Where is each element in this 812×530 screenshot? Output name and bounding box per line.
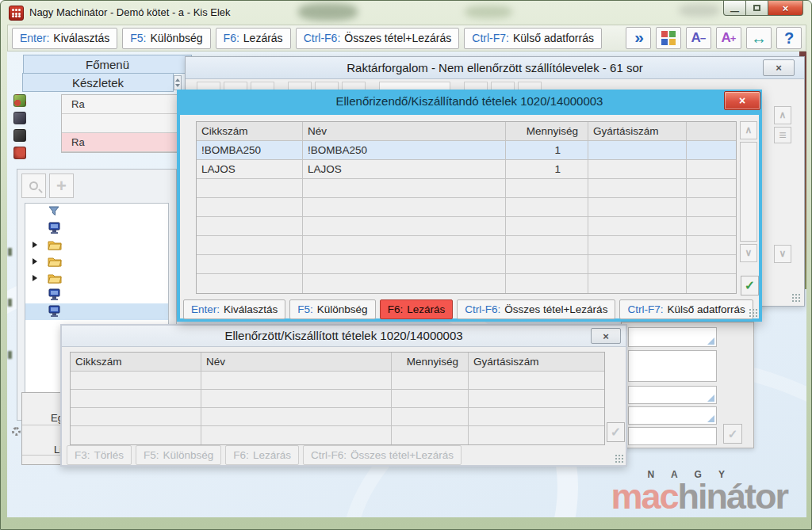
checked-items-titlebar[interactable]: Ellenőrzött/Kiszállított tételek 1020/14… [62,326,626,347]
tree-item-folder[interactable] [25,254,168,270]
expand-arrow-icon[interactable] [33,275,37,281]
resize-grip[interactable] [615,454,623,463]
sidebar-tab-main-menu[interactable]: Főmenü [23,55,192,74]
ctrlf6-all-items-button[interactable]: Ctrl-F6:Összes tétel+Lezárás [457,299,615,319]
table-row-empty[interactable] [197,236,736,255]
tree-item-computer-selected[interactable] [25,303,168,320]
column-header-sku[interactable]: Cikkszám [71,353,201,371]
scroll-down-icon[interactable]: ∨ [774,245,791,263]
tab-spinner[interactable] [174,75,182,90]
table-row[interactable] [62,114,178,133]
tree-item-filter[interactable] [25,204,168,220]
table-row-empty[interactable] [71,408,604,426]
computer-icon [48,305,62,318]
gear-icon[interactable] [12,427,21,436]
items-to-check-table: Cikkszám Név Mennyiség Gyártásiszám !BOM… [196,121,737,294]
dialog-scrollbar[interactable]: ∧ ∨ [740,121,759,296]
sidebar-tool-icon[interactable] [13,129,26,142]
enter-select-button[interactable]: Enter:Kiválasztás [12,28,117,49]
tree-item-folder[interactable] [25,237,168,254]
table-row-empty[interactable] [197,217,736,236]
resize-grip[interactable] [749,308,757,317]
column-header-extra[interactable] [687,122,736,140]
expand-arrow-icon[interactable] [33,242,37,248]
sidebar-tool-icon[interactable] [13,147,26,159]
ctrlf6-all-items-button[interactable]: Ctrl-F6:Összes tétel+Lezárás [296,28,460,49]
expand-arrow-icon[interactable] [33,258,37,265]
table-row-empty[interactable] [71,372,604,390]
font-larger-icon[interactable]: A+ [716,27,741,49]
table-row-alert[interactable]: Ra [62,133,178,152]
sidebar-tab-stock[interactable]: Készletek [22,73,174,92]
enter-select-button[interactable]: Enter:Kiválasztás [183,299,285,319]
titlebar[interactable]: Nagy Machinátor - Demó kötet - a - Kis E… [1,1,811,25]
combo-field[interactable] [628,327,717,347]
table-row-empty[interactable] [71,390,604,408]
f5-difference-button[interactable]: F5:Különbség [122,28,210,49]
f6-close-button[interactable]: F6:Lezárás [216,28,291,49]
f6-close-button-disabled: F6:Lezárás [225,445,299,465]
minimize-button[interactable]: — [723,1,746,16]
computer-icon [48,288,62,302]
text-field[interactable] [628,427,717,445]
warehouse-close-button[interactable]: × [763,59,795,76]
column-header-name[interactable]: Név [303,122,506,140]
items-to-check-close-button[interactable]: × [724,91,760,110]
combo-field[interactable] [628,406,717,425]
close-button[interactable]: × [768,1,803,16]
column-header-sku[interactable]: Cikkszám [197,122,303,140]
table-row-empty[interactable] [197,179,736,198]
column-header-name[interactable]: Név [201,353,392,371]
f3-delete-button-disabled: F3:Törlés [67,445,132,465]
table-row-empty[interactable] [71,426,604,444]
scroll-down-icon[interactable]: ∨ [740,244,757,262]
scroll-thumb[interactable]: ≡ [774,127,791,143]
confirm-check-button[interactable]: ✓ [741,276,759,296]
fast-forward-icon[interactable]: » [626,27,651,49]
tree-item-folder[interactable] [25,270,168,287]
table-row-empty[interactable] [197,274,736,293]
logo-machinator-text: machinátor [611,480,787,514]
add-button[interactable]: + [49,173,74,198]
column-header-quantity[interactable]: Mennyiség [392,353,469,371]
tree-item-computer[interactable] [25,220,168,237]
maximize-button[interactable] [746,1,768,16]
window-title: Nagy Machinátor - Demó kötet - a - Kis E… [29,6,231,18]
color-grid-icon[interactable] [656,27,681,49]
ctrlf7-external-source-button[interactable]: Ctrl-F7:Külső adatforrás [619,299,753,319]
checked-items-close-button[interactable]: × [591,328,621,344]
confirm-check-button-disabled: ✓ [607,422,625,442]
ctrlf7-external-source-button[interactable]: Ctrl-F7:Külső adatforrás [464,28,602,49]
items-to-check-titlebar[interactable]: Ellenőrizendő/Kiszállítandó tételek 1020… [177,90,762,115]
text-area-field[interactable] [628,350,717,382]
scroll-up-icon[interactable]: ∧ [774,106,791,124]
items-to-check-title: Ellenőrizendő/Kiszállítandó tételek 1020… [177,90,762,108]
f6-close-button-active[interactable]: F6:Lezárás [380,299,454,319]
table-row[interactable]: Ra [62,95,178,114]
table-row[interactable]: LAJOS LAJOS 1 [197,160,736,179]
sidebar-tool-icon[interactable] [13,112,26,124]
combo-field[interactable] [628,386,717,404]
table-row-empty[interactable] [197,255,736,274]
warehouse-traffic-titlebar[interactable]: Raktárforgalom - Nem ellenőrzött szállít… [186,57,804,79]
sidebar-tool-icon[interactable] [13,94,26,107]
search-button[interactable] [21,173,46,198]
scroll-up-icon[interactable]: ∧ [740,121,757,139]
font-smaller-icon[interactable]: A− [686,27,711,49]
table-row-empty[interactable] [197,198,736,217]
table-row-selected[interactable]: !BOMBA250 !BOMBA250 1 [197,141,736,160]
column-header-quantity[interactable]: Mennyiség [506,122,588,140]
checked-items-buttons: F3:Törlés F5:Különbség F6:Lezárás Ctrl-F… [67,445,462,465]
f5-difference-button[interactable]: F5:Különbség [289,299,375,319]
confirm-check-button[interactable]: ✓ [723,424,742,444]
swap-horizontal-icon[interactable]: ↔ [746,27,772,49]
warehouse-scrollbar[interactable]: ∧ ≡ ∨ [774,89,793,303]
plus-icon: + [56,176,67,196]
help-icon[interactable]: ? [776,27,802,49]
scroll-thumb[interactable] [740,142,757,242]
tree-item-computer[interactable] [25,287,168,303]
resize-grip[interactable] [791,293,800,302]
column-header-batch[interactable]: Gyártásiszám [588,122,687,140]
column-header-batch[interactable]: Gyártásiszám [469,353,604,371]
ctrlf6-all-items-button-disabled: Ctrl-F6:Összes tétel+Lezárás [303,445,462,465]
